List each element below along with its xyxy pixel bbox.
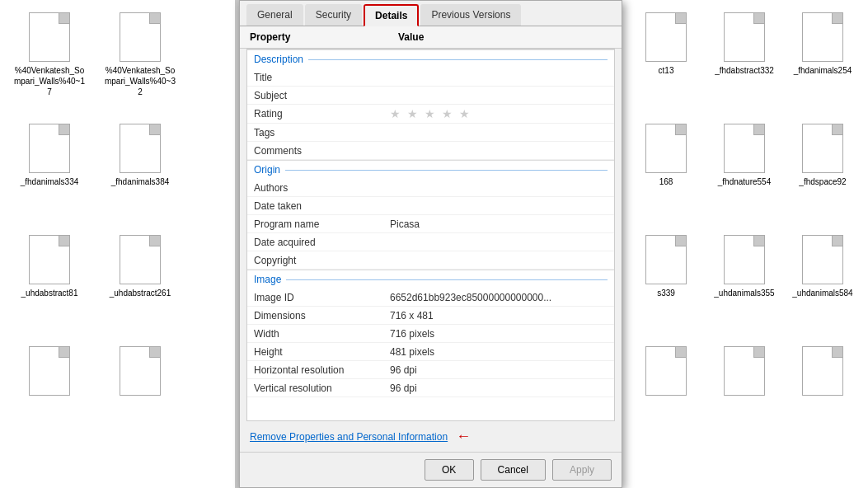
file-item[interactable] — [707, 346, 781, 453]
prop-copyright: Copyright — [247, 251, 614, 270]
file-icon — [120, 124, 161, 173]
prop-tags: Tags — [247, 124, 614, 142]
file-item[interactable] — [629, 346, 703, 453]
prop-image-id: Image ID 6652d61bb923ec85000000000000... — [247, 289, 614, 307]
file-icon — [645, 235, 687, 284]
file-item[interactable]: _fhdnature554 — [707, 124, 781, 231]
file-label: s339 — [657, 288, 675, 298]
file-icon — [645, 124, 687, 173]
file-label: _uhdabstract81 — [21, 288, 78, 298]
remove-link-area: Remove Properties and Personal Informati… — [240, 421, 622, 452]
file-icon — [724, 235, 765, 284]
file-label: _fhdnature554 — [718, 176, 772, 187]
prop-height: Height 481 pixels — [247, 343, 614, 361]
file-label: 168 — [659, 176, 673, 187]
prop-rating[interactable]: Rating ★ ★ ★ ★ ★ — [247, 105, 614, 124]
file-icon — [802, 12, 843, 62]
prop-subject: Subject — [247, 87, 614, 105]
file-item[interactable]: s339 — [629, 235, 703, 342]
file-label: %40Venkatesh_Sompari_Walls%40~32 — [103, 65, 177, 97]
tab-general[interactable]: General — [246, 4, 303, 26]
file-label: ct13 — [659, 65, 674, 76]
file-label: _uhdabstract261 — [110, 288, 171, 298]
section-origin: Origin — [247, 160, 614, 179]
section-image-label: Image — [254, 274, 608, 285]
ok-button[interactable]: OK — [425, 459, 474, 481]
prop-authors: Authors — [247, 179, 614, 197]
file-icon — [802, 235, 843, 284]
prop-h-resolution: Horizontal resolution 96 dpi — [247, 361, 614, 379]
section-origin-label: Origin — [254, 164, 608, 176]
file-icon — [29, 346, 70, 396]
file-label: _fhdspace92 — [799, 176, 846, 187]
section-description-label: Description — [254, 54, 608, 65]
file-item[interactable]: %40Venkatesh_Sompari_Walls%40~32 — [103, 12, 177, 120]
file-label: _fhdanimals384 — [111, 176, 170, 187]
file-icon — [802, 124, 843, 173]
file-label: _fhdabstract332 — [715, 65, 774, 76]
file-item[interactable]: _fhdanimals254 — [786, 12, 860, 120]
prop-date-taken: Date taken — [247, 197, 614, 215]
file-icon — [120, 346, 161, 396]
file-item[interactable] — [103, 346, 177, 453]
file-icon — [29, 235, 70, 284]
file-item[interactable]: _uhdanimals584 — [786, 235, 860, 342]
file-item[interactable]: _uhdabstract261 — [103, 235, 177, 342]
col-property-header: Property — [250, 31, 398, 43]
section-image: Image — [247, 270, 614, 289]
tab-details[interactable]: Details — [364, 4, 419, 26]
table-header: Property Value — [240, 26, 622, 49]
file-item[interactable]: _fhdanimals384 — [103, 124, 177, 231]
file-icon — [724, 124, 765, 173]
file-icon — [29, 12, 70, 62]
dialog-content: Property Value Description Title Subject… — [240, 26, 622, 452]
file-icon — [724, 12, 765, 62]
file-icon — [645, 346, 687, 396]
section-description: Description — [247, 49, 614, 68]
remove-properties-link[interactable]: Remove Properties and Personal Informati… — [250, 431, 448, 443]
file-item[interactable] — [12, 346, 87, 453]
file-icon — [645, 12, 687, 62]
prop-dimensions: Dimensions 716 x 481 — [247, 307, 614, 325]
bg-right-files: ct13_fhdabstract332_fhdanimals254168_fhd… — [621, 0, 868, 488]
properties-table[interactable]: Description Title Subject Rating ★ ★ ★ ★… — [246, 49, 615, 421]
file-item[interactable]: %40Venkatesh_Sompari_Walls%40~17 — [12, 12, 87, 120]
file-icon — [724, 346, 765, 396]
bg-left-files: %40Venkatesh_Sompari_Walls%40~17%40Venka… — [0, 0, 235, 488]
prop-title: Title — [247, 68, 614, 87]
prop-v-resolution: Vertical resolution 96 dpi — [247, 379, 614, 397]
file-icon — [120, 235, 161, 284]
file-label: _fhdanimals254 — [794, 65, 852, 76]
arrow-icon: ← — [456, 428, 471, 445]
file-icon — [802, 346, 843, 396]
prop-comments: Comments — [247, 142, 614, 160]
file-item[interactable] — [786, 346, 860, 453]
file-item[interactable]: _fhdabstract332 — [707, 12, 781, 120]
file-item[interactable]: ct13 — [629, 12, 703, 120]
cancel-button[interactable]: Cancel — [481, 459, 546, 481]
file-item[interactable]: _fhdspace92 — [786, 124, 860, 231]
prop-program-name: Program name Picasa — [247, 215, 614, 233]
tab-security[interactable]: Security — [305, 4, 362, 26]
apply-button[interactable]: Apply — [552, 459, 612, 481]
dialog-footer: OK Cancel Apply — [240, 452, 622, 487]
properties-dialog: General Security Details Previous Versio… — [239, 0, 622, 488]
prop-date-acquired: Date acquired — [247, 233, 614, 251]
file-label: %40Venkatesh_Sompari_Walls%40~17 — [12, 65, 87, 97]
prop-width: Width 716 pixels — [247, 325, 614, 343]
file-item[interactable]: _uhdanimals355 — [707, 235, 781, 342]
file-label: _uhdanimals355 — [714, 288, 774, 298]
col-value-header: Value — [398, 31, 612, 43]
file-item[interactable]: _fhdanimals334 — [12, 124, 87, 231]
tab-previous-versions[interactable]: Previous Versions — [420, 4, 521, 26]
tabs-container: General Security Details Previous Versio… — [240, 1, 622, 26]
bg-right-grid: ct13_fhdabstract332_fhdanimals254168_fhd… — [629, 12, 860, 453]
file-item[interactable]: 168 — [629, 124, 703, 231]
file-label: _uhdanimals584 — [792, 288, 852, 298]
file-icon — [120, 12, 161, 62]
file-icon — [29, 124, 70, 173]
file-label: _fhdanimals334 — [21, 176, 79, 187]
file-item[interactable]: _uhdabstract81 — [12, 235, 87, 342]
